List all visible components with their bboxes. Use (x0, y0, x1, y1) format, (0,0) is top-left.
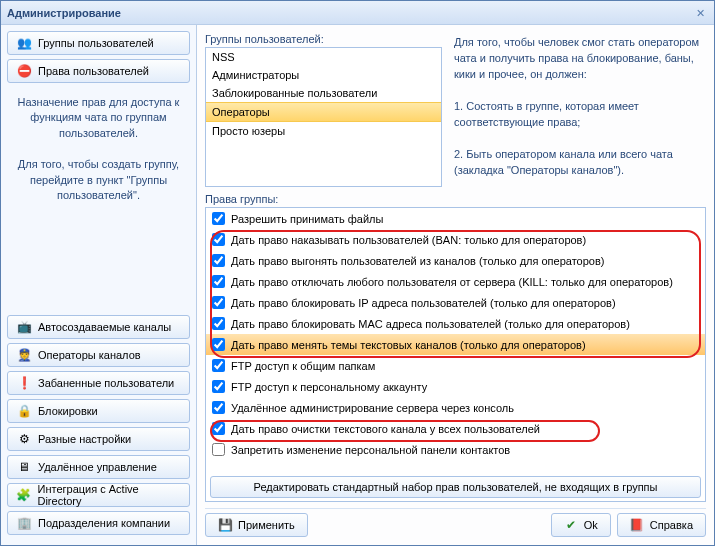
sidebar-banned-users-label: Забаненные пользователи (38, 377, 174, 389)
sidebar-blocks-icon: 🔒 (16, 403, 32, 419)
help-button[interactable]: 📕 Справка (617, 513, 706, 537)
right-item[interactable]: Запретить изменение персональной панели … (206, 439, 705, 460)
rights-label: Права группы: (205, 193, 706, 205)
sidebar-channel-operators-icon: 👮 (16, 347, 32, 363)
right-label: Дать право менять темы текстовых каналов… (231, 339, 586, 351)
sidebar-blocks-label: Блокировки (38, 405, 98, 417)
admin-window: Администрирование ✕ 👥Группы пользователе… (0, 0, 715, 546)
sidebar-misc-settings-icon: ⚙ (16, 431, 32, 447)
right-checkbox[interactable] (212, 338, 225, 351)
info-p1: Для того, чтобы человек смог стать опера… (454, 35, 700, 83)
group-item[interactable]: Заблокированные пользователи (206, 84, 441, 102)
sidebar-user-rights[interactable]: ⛔Права пользователей (7, 59, 190, 83)
sidebar-company-divisions-label: Подразделения компании (38, 517, 170, 529)
sidebar-user-rights-label: Права пользователей (38, 65, 149, 77)
right-checkbox[interactable] (212, 401, 225, 414)
help-icon: 📕 (630, 518, 644, 532)
sidebar-channel-operators[interactable]: 👮Операторы каналов (7, 343, 190, 367)
group-item[interactable]: Просто юзеры (206, 122, 441, 140)
sidebar-misc-settings-label: Разные настройки (38, 433, 131, 445)
right-label: FTP доступ к персональному аккаунту (231, 381, 427, 393)
right-item[interactable]: Дать право менять темы текстовых каналов… (206, 334, 705, 355)
right-item[interactable]: Разрешить принимать файлы (206, 208, 705, 229)
apply-button[interactable]: 💾 Применить (205, 513, 308, 537)
sidebar-remote-control-label: Удалённое управление (38, 461, 157, 473)
close-icon[interactable]: ✕ (692, 5, 708, 21)
sidebar-ad-integration[interactable]: 🧩Интеграция с Active Directory (7, 483, 190, 507)
group-item[interactable]: Операторы (206, 102, 441, 122)
help-text-2: Для того, чтобы создать группу, перейдит… (7, 149, 190, 211)
right-label: Удалённое администрирование сервера чере… (231, 402, 514, 414)
sidebar-auto-channels[interactable]: 📺Автосоздаваемые каналы (7, 315, 190, 339)
right-label: Дать право блокировать MAC адреса пользо… (231, 318, 630, 330)
sidebar: 👥Группы пользователей⛔Права пользователе… (1, 25, 197, 545)
groups-listbox[interactable]: NSSАдминистраторыЗаблокированные пользов… (205, 47, 442, 187)
sidebar-user-groups-label: Группы пользователей (38, 37, 154, 49)
right-item[interactable]: Дать право отключать любого пользователя… (206, 271, 705, 292)
sidebar-company-divisions[interactable]: 🏢Подразделения компании (7, 511, 190, 535)
right-label: Дать право очистки текстового канала у в… (231, 423, 540, 435)
rights-box: Разрешить принимать файлыДать право нака… (205, 207, 706, 502)
right-checkbox[interactable] (212, 233, 225, 246)
right-checkbox[interactable] (212, 212, 225, 225)
window-title: Администрирование (7, 7, 692, 19)
right-checkbox[interactable] (212, 296, 225, 309)
check-icon: ✔ (564, 518, 578, 532)
right-checkbox[interactable] (212, 359, 225, 372)
sidebar-banned-users[interactable]: ❗Забаненные пользователи (7, 371, 190, 395)
sidebar-channel-operators-label: Операторы каналов (38, 349, 141, 361)
sidebar-blocks[interactable]: 🔒Блокировки (7, 399, 190, 423)
sidebar-user-rights-icon: ⛔ (16, 63, 32, 79)
right-item[interactable]: Дать право выгонять пользователей из кан… (206, 250, 705, 271)
help-text-1: Назначение прав для доступа к функциям ч… (7, 87, 190, 149)
right-label: Дать право наказывать пользователей (BAN… (231, 234, 586, 246)
info-p3: 2. Быть оператором канала или всего чата… (454, 147, 700, 179)
info-p2: 1. Состоять в группе, которая имеет соот… (454, 99, 700, 131)
right-item[interactable]: Дать право блокировать MAC адреса пользо… (206, 313, 705, 334)
right-checkbox[interactable] (212, 275, 225, 288)
sidebar-user-groups[interactable]: 👥Группы пользователей (7, 31, 190, 55)
info-panel: Для того, чтобы человек смог стать опера… (448, 33, 706, 187)
sidebar-remote-control-icon: 🖥 (16, 459, 32, 475)
right-label: Дать право отключать любого пользователя… (231, 276, 673, 288)
sidebar-auto-channels-icon: 📺 (16, 319, 32, 335)
sidebar-misc-settings[interactable]: ⚙Разные настройки (7, 427, 190, 451)
ok-button[interactable]: ✔ Ok (551, 513, 611, 537)
right-label: Дать право блокировать IP адреса пользов… (231, 297, 616, 309)
save-icon: 💾 (218, 518, 232, 532)
sidebar-company-divisions-icon: 🏢 (16, 515, 32, 531)
right-label: Запретить изменение персональной панели … (231, 444, 510, 456)
main-panel: Группы пользователей: NSSАдминистраторыЗ… (197, 25, 714, 545)
edit-default-rights-button[interactable]: Редактировать стандартный набор прав пол… (210, 476, 701, 498)
sidebar-user-groups-icon: 👥 (16, 35, 32, 51)
group-item[interactable]: Администраторы (206, 66, 441, 84)
right-item[interactable]: Дать право наказывать пользователей (BAN… (206, 229, 705, 250)
right-checkbox[interactable] (212, 380, 225, 393)
sidebar-banned-users-icon: ❗ (16, 375, 32, 391)
right-label: Разрешить принимать файлы (231, 213, 383, 225)
titlebar: Администрирование ✕ (1, 1, 714, 25)
groups-label: Группы пользователей: (205, 33, 442, 45)
right-label: Дать право выгонять пользователей из кан… (231, 255, 604, 267)
sidebar-ad-integration-label: Интеграция с Active Directory (37, 483, 181, 507)
right-item[interactable]: Дать право блокировать IP адреса пользов… (206, 292, 705, 313)
sidebar-remote-control[interactable]: 🖥Удалённое управление (7, 455, 190, 479)
bottom-bar: 💾 Применить ✔ Ok 📕 Справка (205, 508, 706, 537)
right-item[interactable]: FTP доступ к общим папкам (206, 355, 705, 376)
sidebar-ad-integration-icon: 🧩 (16, 487, 31, 503)
right-label: FTP доступ к общим папкам (231, 360, 375, 372)
right-checkbox[interactable] (212, 422, 225, 435)
right-checkbox[interactable] (212, 317, 225, 330)
group-item[interactable]: NSS (206, 48, 441, 66)
right-checkbox[interactable] (212, 443, 225, 456)
right-checkbox[interactable] (212, 254, 225, 267)
right-item[interactable]: Удалённое администрирование сервера чере… (206, 397, 705, 418)
right-item[interactable]: FTP доступ к персональному аккаунту (206, 376, 705, 397)
right-item[interactable]: Дать право очистки текстового канала у в… (206, 418, 705, 439)
sidebar-auto-channels-label: Автосоздаваемые каналы (38, 321, 171, 333)
